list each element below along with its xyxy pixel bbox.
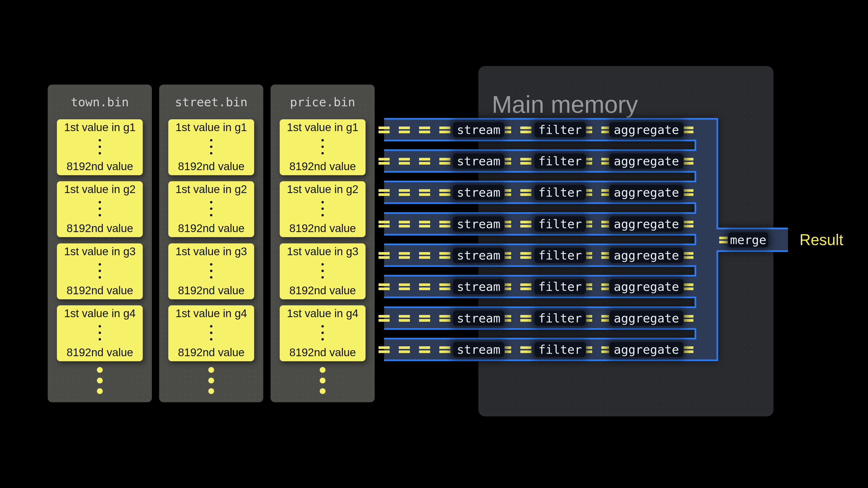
aggregate-operator: aggregate	[609, 184, 684, 200]
pipeline-row: stream filter aggregate	[0, 119, 868, 140]
filter-operator: filter	[534, 310, 586, 326]
pipeline-diagram: town.bin 1st value in g1 8192nd value 1s…	[0, 0, 868, 488]
stream-operator: stream	[453, 153, 505, 169]
stream-operator: stream	[453, 122, 505, 138]
filter-operator: filter	[534, 122, 586, 138]
filter-operator: filter	[534, 153, 586, 169]
filter-operator: filter	[534, 341, 586, 358]
aggregate-operator: aggregate	[609, 279, 684, 295]
pipeline-row: stream filter aggregate	[0, 276, 868, 297]
merge-lane: merge	[0, 229, 868, 251]
aggregate-operator: aggregate	[609, 341, 684, 358]
aggregate-operator: aggregate	[609, 310, 684, 326]
filter-operator: filter	[534, 279, 586, 295]
pipeline-row: stream filter aggregate	[0, 307, 868, 329]
pipeline-row: stream filter aggregate	[0, 150, 868, 172]
stream-operator: stream	[453, 184, 505, 200]
stream-operator: stream	[453, 279, 505, 295]
aggregate-operator: aggregate	[609, 122, 684, 138]
filter-operator: filter	[534, 184, 586, 200]
pipeline-row: stream filter aggregate	[0, 182, 868, 203]
stream-operator: stream	[453, 310, 505, 326]
pipeline-row: stream filter aggregate	[0, 338, 868, 360]
merge-operator: merge	[728, 232, 769, 248]
aggregate-operator: aggregate	[609, 153, 684, 169]
result-label: Result	[800, 230, 843, 249]
stream-operator: stream	[453, 341, 505, 358]
